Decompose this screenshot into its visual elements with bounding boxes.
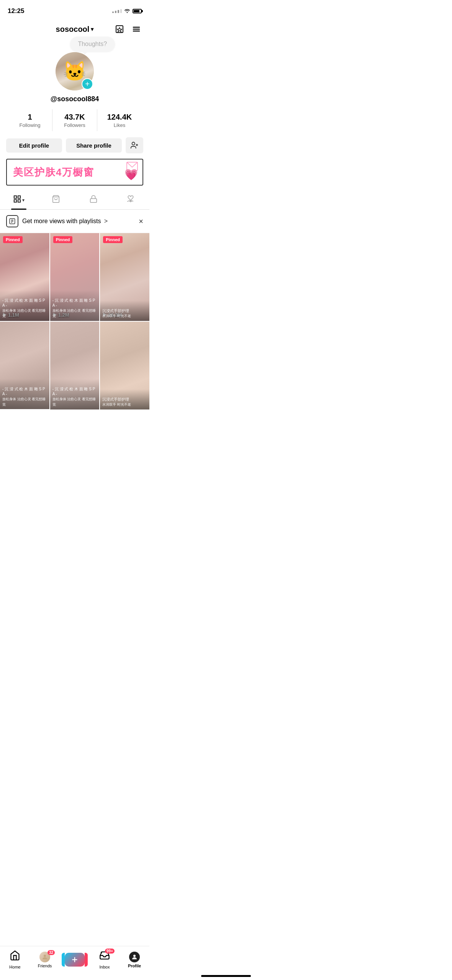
likes-label: Likes — [97, 122, 142, 128]
menu-icon[interactable] — [131, 24, 142, 35]
stat-followers[interactable]: 43.7K Followers — [52, 109, 97, 131]
edit-profile-button[interactable]: Edit profile — [6, 138, 62, 153]
followers-count: 43.7K — [52, 112, 97, 122]
video-item[interactable]: - 沉 浸 式 桧 木 面 雕 S P A - 放松身体 治愈心灵 看完想睡觉 — [0, 322, 49, 409]
video-item[interactable]: 沉浸式手部护理 水润双手 时光不老 — [100, 322, 149, 409]
lock-icon — [89, 195, 98, 206]
status-bar: 12:25 — [0, 0, 149, 19]
video-caption: 沉浸式手部护理 水润双手 时光不老 — [100, 301, 149, 321]
tabs-row: ▾ — [0, 191, 149, 210]
grid-icon — [13, 195, 21, 206]
video-item[interactable]: Pinned 1.2M - 沉 浸 式 桧 木 面 雕 S P A - 放松身体… — [50, 233, 100, 321]
pinned-badge: Pinned — [3, 236, 23, 243]
thoughts-bubble[interactable]: Thoughts? — [70, 37, 115, 51]
playlist-text: Get more views with playlists > — [22, 218, 108, 225]
followers-label: Followers — [52, 122, 97, 128]
shop-bag-icon — [52, 195, 60, 206]
heart-hand-icon — [126, 195, 135, 206]
playlist-icon — [6, 215, 18, 227]
header-right-icons — [114, 24, 142, 35]
svg-rect-9 — [14, 196, 16, 198]
profile-username: @sosocool884 — [0, 95, 149, 103]
add-avatar-button[interactable]: + — [82, 78, 93, 90]
pinned-badge: Pinned — [53, 236, 73, 243]
stat-likes[interactable]: 124.4K Likes — [97, 109, 142, 131]
video-caption: 沉浸式手部护理 水润双手 时光不老 — [100, 389, 149, 409]
signal-icon — [112, 9, 122, 13]
video-caption: - 沉 浸 式 桧 木 面 雕 S P A - 放松身体 治愈心灵 看完想睡觉 — [50, 379, 100, 409]
share-profile-button[interactable]: Share profile — [66, 138, 122, 153]
chevron-down-icon: ▾ — [91, 26, 93, 32]
video-caption: - 沉 浸 式 桧 木 面 雕 S P A - 放松身体 治愈心灵 看完想睡觉 — [0, 290, 49, 321]
action-buttons: Edit profile Share profile — [6, 137, 143, 153]
following-label: Following — [8, 122, 52, 128]
stat-following[interactable]: 1 Following — [8, 109, 52, 131]
status-time: 12:25 — [8, 7, 24, 15]
svg-rect-11 — [14, 200, 16, 202]
tab-lock[interactable] — [75, 191, 112, 209]
video-item[interactable]: Pinned 1.1M - 沉 浸 式 桧 木 面 雕 S P A - 放松身体… — [0, 233, 49, 321]
avatar-wrapper: + — [56, 52, 94, 90]
playlist-banner[interactable]: Get more views with playlists > × — [0, 210, 149, 233]
header-username[interactable]: sosocool ▾ — [56, 25, 94, 34]
wifi-icon — [124, 8, 130, 14]
following-count: 1 — [8, 112, 52, 122]
tab-grid[interactable]: ▾ — [0, 191, 38, 209]
stats-row: 1 Following 43.7K Followers 124.4K Likes — [8, 109, 142, 131]
promo-banner[interactable]: 美区护肤4万橱窗 💗 — [6, 159, 143, 186]
svg-point-5 — [132, 142, 135, 145]
video-caption: - 沉 浸 式 桧 木 面 雕 S P A - 放松身体 治愈心灵 看完想睡觉 — [50, 290, 100, 321]
promo-text: 美区护肤4万橱窗 — [13, 166, 94, 179]
svg-rect-10 — [18, 196, 20, 198]
pinned-badge: Pinned — [103, 236, 123, 243]
header: sosocool ▾ — [0, 19, 149, 39]
battery-icon — [133, 9, 142, 13]
svg-marker-1 — [117, 28, 122, 32]
tab-dropdown-icon: ▾ — [22, 197, 25, 203]
video-caption: - 沉 浸 式 桧 木 面 雕 S P A - 放松身体 治愈心灵 看完想睡觉 — [0, 379, 49, 409]
tab-liked[interactable] — [112, 191, 150, 209]
video-grid: Pinned 1.1M - 沉 浸 式 桧 木 面 雕 S P A - 放松身体… — [0, 233, 149, 409]
likes-count: 124.4K — [97, 112, 142, 122]
playlist-arrow-icon: > — [104, 218, 108, 224]
playlist-banner-left: Get more views with playlists > — [6, 215, 108, 227]
video-item[interactable]: - 沉 浸 式 桧 木 面 雕 S P A - 放松身体 治愈心灵 看完想睡觉 — [50, 322, 100, 409]
bookmark-icon[interactable] — [114, 24, 125, 35]
status-icons — [112, 8, 142, 14]
add-friend-button[interactable] — [126, 137, 143, 153]
video-item[interactable]: Pinned 26.3M 沉浸式手部护理 水润双手 时光不老 — [100, 233, 149, 321]
playlist-close-button[interactable]: × — [139, 217, 143, 226]
svg-rect-12 — [18, 200, 20, 202]
tab-shop[interactable] — [38, 191, 75, 209]
svg-rect-14 — [90, 199, 97, 202]
